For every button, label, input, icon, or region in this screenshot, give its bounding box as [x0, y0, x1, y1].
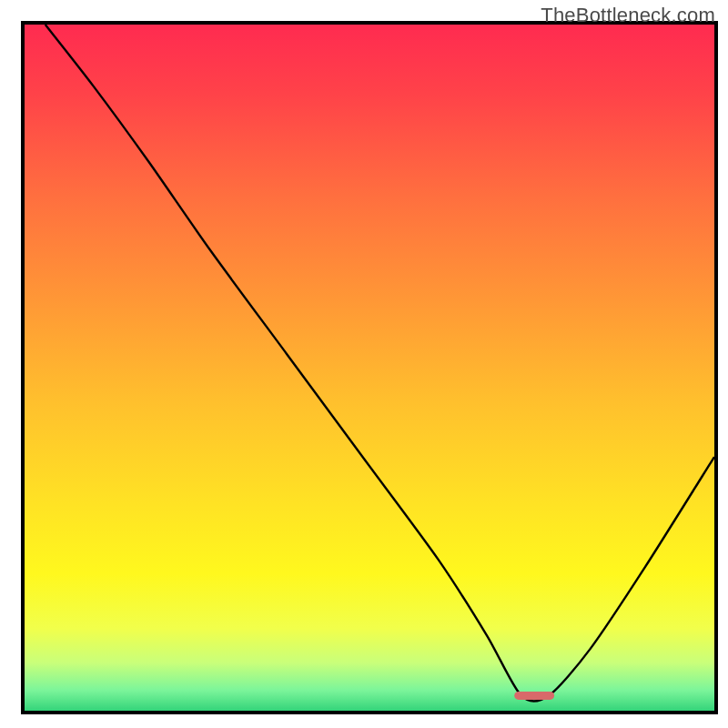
chart-gradient-bg [25, 25, 714, 711]
watermark-text: TheBottleneck.com [541, 4, 715, 27]
chart-container: TheBottleneck.com [0, 0, 728, 728]
bottleneck-chart [0, 0, 728, 728]
